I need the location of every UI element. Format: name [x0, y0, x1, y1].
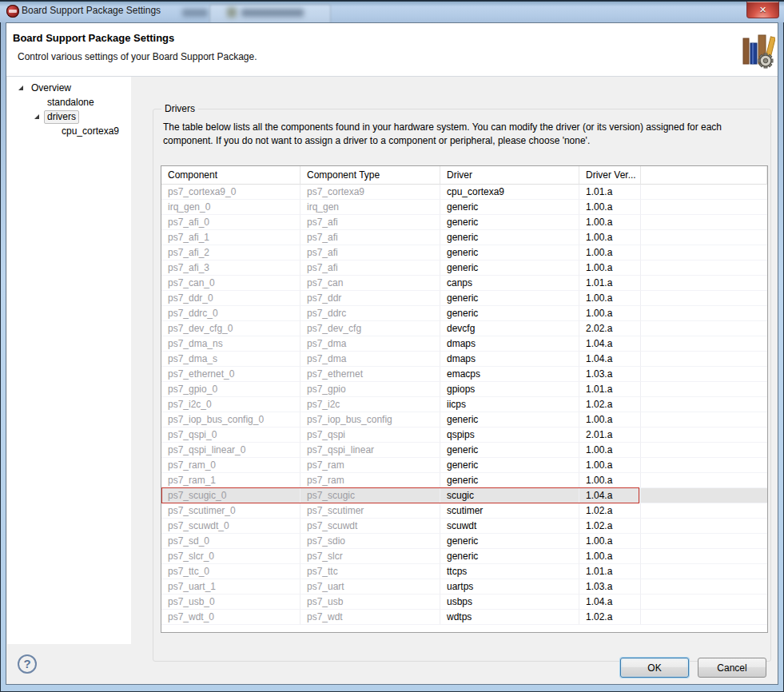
- close-button[interactable]: ✕: [746, 2, 779, 18]
- cell-driver[interactable]: generic: [440, 291, 579, 306]
- cell-driver[interactable]: generic: [440, 306, 579, 321]
- titlebar[interactable]: Board Support Package Settings ✕: [0, 0, 784, 22]
- table-row[interactable]: ps7_i2c_0ps7_i2ciicps1.02.a: [161, 397, 767, 412]
- cell-driver-version[interactable]: 1.00.a: [579, 473, 641, 488]
- cell-driver-version[interactable]: 2.02.a: [579, 321, 641, 336]
- cell-driver[interactable]: gpiops: [440, 382, 579, 397]
- ok-button[interactable]: OK: [620, 658, 689, 678]
- cell-driver[interactable]: generic: [440, 245, 579, 260]
- table-row[interactable]: ps7_dev_cfg_0ps7_dev_cfgdevcfg2.02.a: [161, 321, 767, 336]
- cell-driver-version[interactable]: 1.01.a: [579, 564, 641, 579]
- sidebar-item-drivers[interactable]: drivers: [7, 109, 131, 124]
- cell-driver[interactable]: emacps: [440, 367, 579, 382]
- cell-driver-version[interactable]: 1.00.a: [579, 412, 641, 428]
- cell-driver-version[interactable]: 1.00.a: [579, 200, 641, 215]
- table-row[interactable]: ps7_can_0ps7_cancanps1.01.a: [161, 276, 767, 291]
- table-row[interactable]: ps7_qspi_linear_0ps7_qspi_lineargeneric1…: [161, 443, 767, 458]
- cell-driver-version[interactable]: 1.01.a: [579, 185, 641, 200]
- table-row[interactable]: ps7_scugic_0ps7_scugicscugic1.04.a: [161, 488, 767, 503]
- column-header[interactable]: Driver Ver...: [579, 166, 641, 185]
- cell-driver[interactable]: iicps: [440, 397, 579, 412]
- cell-driver[interactable]: usbps: [440, 595, 579, 610]
- cell-driver[interactable]: scuwdt: [440, 519, 579, 534]
- table-row[interactable]: ps7_usb_0ps7_usbusbps1.04.a: [161, 595, 767, 610]
- table-row[interactable]: ps7_afi_0ps7_afigeneric1.00.a: [161, 215, 767, 230]
- cell-driver[interactable]: scugic: [440, 488, 579, 503]
- table-row[interactable]: ps7_wdt_0ps7_wdtwdtps1.02.a: [161, 610, 767, 625]
- cell-driver[interactable]: devcfg: [440, 321, 579, 336]
- cell-driver-version[interactable]: 1.00.a: [579, 534, 641, 549]
- cell-driver-version[interactable]: 1.02.a: [579, 397, 641, 412]
- cell-driver-version[interactable]: 1.04.a: [579, 595, 641, 610]
- cell-driver[interactable]: generic: [440, 549, 579, 564]
- cell-driver[interactable]: generic: [440, 412, 579, 428]
- cell-driver[interactable]: generic: [440, 473, 579, 488]
- table-row[interactable]: ps7_afi_1ps7_afigeneric1.00.a: [161, 230, 767, 245]
- table-row[interactable]: ps7_ram_0ps7_ramgeneric1.00.a: [161, 458, 767, 473]
- cell-driver[interactable]: ttcps: [440, 564, 579, 579]
- cell-driver-version[interactable]: 1.03.a: [579, 579, 641, 595]
- cell-driver-version[interactable]: 1.04.a: [579, 488, 641, 503]
- cell-driver-version[interactable]: 1.00.a: [579, 260, 641, 276]
- cell-driver-version[interactable]: 1.00.a: [579, 549, 641, 564]
- expand-arrow-icon[interactable]: [34, 114, 39, 119]
- table-row[interactable]: ps7_ethernet_0ps7_ethernetemacps1.03.a: [161, 367, 767, 382]
- table-row[interactable]: ps7_scutimer_0ps7_scutimerscutimer1.02.a: [161, 503, 767, 519]
- table-row[interactable]: ps7_qspi_0ps7_qspiqspips2.01.a: [161, 428, 767, 443]
- cell-driver[interactable]: canps: [440, 276, 579, 291]
- table-row[interactable]: irq_gen_0irq_gengeneric1.00.a: [161, 200, 767, 215]
- table-row[interactable]: ps7_ddr_0ps7_ddrgeneric1.00.a: [161, 291, 767, 306]
- cell-driver[interactable]: generic: [440, 458, 579, 473]
- cell-driver[interactable]: scutimer: [440, 503, 579, 519]
- cell-driver-version[interactable]: 1.00.a: [579, 230, 641, 245]
- cell-driver[interactable]: qspips: [440, 428, 579, 443]
- sidebar-item-cpu_cortexa9[interactable]: cpu_cortexa9: [7, 124, 131, 138]
- cell-driver-version[interactable]: 1.02.a: [579, 519, 641, 534]
- cell-driver-version[interactable]: 1.00.a: [579, 291, 641, 306]
- cell-driver[interactable]: wdtps: [440, 610, 579, 625]
- cell-driver[interactable]: generic: [440, 215, 579, 230]
- cell-driver[interactable]: dmaps: [440, 352, 579, 367]
- table-row[interactable]: ps7_afi_3ps7_afigeneric1.00.a: [161, 260, 767, 276]
- cell-driver-version[interactable]: 1.00.a: [579, 245, 641, 260]
- table-row[interactable]: ps7_scuwdt_0ps7_scuwdtscuwdt1.02.a: [161, 519, 767, 534]
- cancel-button[interactable]: Cancel: [698, 658, 766, 678]
- cell-driver-version[interactable]: 1.04.a: [579, 336, 641, 352]
- table-row[interactable]: ps7_ddrc_0ps7_ddrcgeneric1.00.a: [161, 306, 767, 321]
- table-row[interactable]: ps7_iop_bus_config_0ps7_iop_bus_configge…: [161, 412, 767, 428]
- table-row[interactable]: ps7_cortexa9_0ps7_cortexa9cpu_cortexa91.…: [161, 185, 767, 200]
- cell-driver-version[interactable]: 1.01.a: [579, 382, 641, 397]
- table-row[interactable]: ps7_ttc_0ps7_ttcttcps1.01.a: [161, 564, 767, 579]
- table-row[interactable]: ps7_slcr_0ps7_slcrgeneric1.00.a: [161, 549, 767, 564]
- sidebar-item-standalone[interactable]: standalone: [7, 95, 131, 109]
- cell-driver[interactable]: cpu_cortexa9: [440, 185, 579, 200]
- column-header[interactable]: Component: [161, 166, 300, 185]
- cell-driver-version[interactable]: 1.02.a: [579, 610, 641, 625]
- table-row[interactable]: ps7_sd_0ps7_sdiogeneric1.00.a: [161, 534, 767, 549]
- column-header[interactable]: Driver: [440, 166, 579, 185]
- column-header[interactable]: [641, 166, 767, 185]
- cell-driver[interactable]: generic: [440, 443, 579, 458]
- table-row[interactable]: ps7_gpio_0ps7_gpiogpiops1.01.a: [161, 382, 767, 397]
- cell-driver-version[interactable]: 1.00.a: [579, 215, 641, 230]
- column-header[interactable]: Component Type: [300, 166, 440, 185]
- cell-driver-version[interactable]: 2.01.a: [579, 428, 641, 443]
- cell-driver-version[interactable]: 1.00.a: [579, 443, 641, 458]
- table-row[interactable]: ps7_afi_2ps7_afigeneric1.00.a: [161, 245, 767, 260]
- cell-driver-version[interactable]: 1.00.a: [579, 306, 641, 321]
- cell-driver[interactable]: uartps: [440, 579, 579, 595]
- table-row[interactable]: ps7_dma_nsps7_dmadmaps1.04.a: [161, 336, 767, 352]
- cell-driver[interactable]: generic: [440, 230, 579, 245]
- table-row[interactable]: ps7_uart_1ps7_uartuartps1.03.a: [161, 579, 767, 595]
- table-row[interactable]: ps7_dma_sps7_dmadmaps1.04.a: [161, 352, 767, 367]
- cell-driver[interactable]: generic: [440, 534, 579, 549]
- expand-arrow-icon[interactable]: [18, 86, 23, 90]
- cell-driver-version[interactable]: 1.00.a: [579, 458, 641, 473]
- table-row[interactable]: ps7_ram_1ps7_ramgeneric1.00.a: [161, 473, 767, 488]
- cell-driver[interactable]: generic: [440, 260, 579, 276]
- cell-driver[interactable]: dmaps: [440, 336, 579, 352]
- cell-driver-version[interactable]: 1.03.a: [579, 367, 641, 382]
- cell-driver[interactable]: generic: [440, 200, 579, 215]
- cell-driver-version[interactable]: 1.04.a: [579, 352, 641, 367]
- cell-driver-version[interactable]: 1.01.a: [579, 276, 641, 291]
